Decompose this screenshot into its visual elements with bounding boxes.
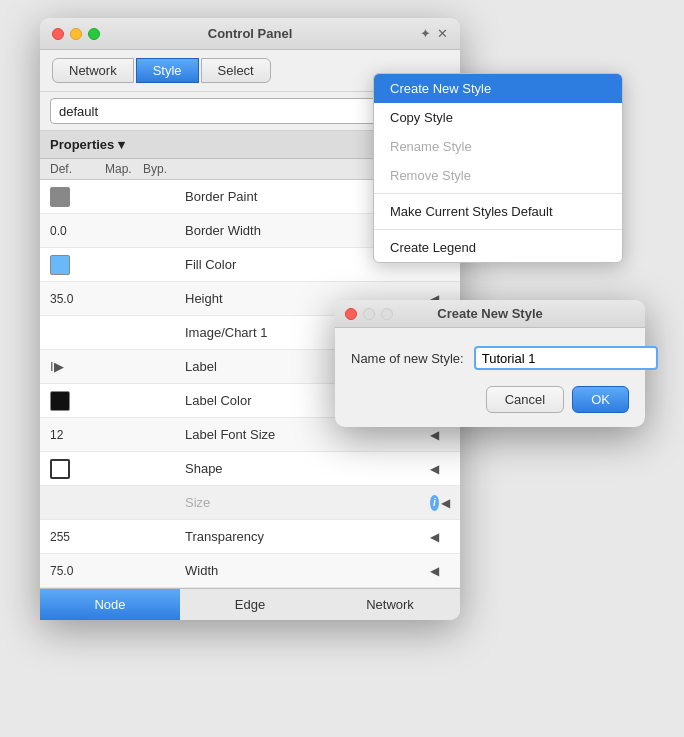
border-paint-color[interactable] <box>50 187 70 207</box>
dialog-minimize-button <box>363 308 375 320</box>
style-name-input[interactable] <box>474 346 658 370</box>
table-row: 75.0 Width ◀ <box>40 554 460 588</box>
properties-label: Properties <box>50 137 114 152</box>
table-row: 255 Transparency ◀ <box>40 520 460 554</box>
titlebar-icons: ✦ ✕ <box>420 26 448 41</box>
dialog-buttons: Cancel OK <box>351 386 629 413</box>
menu-item-make-default[interactable]: Make Current Styles Default <box>374 197 622 226</box>
transparency-label: Transparency <box>181 529 430 544</box>
width-label: Width <box>181 563 430 578</box>
style-dropdown-menu: Create New Style Copy Style Rename Style… <box>373 73 623 263</box>
width-value: 75.0 <box>50 564 73 578</box>
tab-network[interactable]: Network <box>52 58 134 83</box>
dialog-input-row: Name of new Style: <box>351 346 629 370</box>
shape-arrow[interactable]: ◀ <box>430 462 450 476</box>
bottom-tab-network[interactable]: Network <box>320 589 460 620</box>
bottom-tab-node[interactable]: Node <box>40 589 180 620</box>
label-font-size-value: 12 <box>50 428 63 442</box>
shape-preview[interactable] <box>50 459 70 479</box>
style-dropdown-value: default <box>59 104 98 119</box>
menu-item-create-legend[interactable]: Create Legend <box>374 233 622 262</box>
shape-label: Shape <box>181 461 430 476</box>
titlebar: Control Panel ✦ ✕ <box>40 18 460 50</box>
table-row: Shape ◀ <box>40 452 460 486</box>
dialog-input-label: Name of new Style: <box>351 351 464 366</box>
properties-arrow[interactable]: ▾ <box>118 137 125 152</box>
menu-divider-2 <box>374 229 622 230</box>
menu-item-copy-style[interactable]: Copy Style <box>374 103 622 132</box>
menu-item-remove-style: Remove Style <box>374 161 622 190</box>
label-font-size-arrow[interactable]: ◀ <box>430 428 450 442</box>
label-arrows-icon: I▶ <box>50 359 64 374</box>
traffic-lights <box>52 28 100 40</box>
size-label: Size <box>181 495 430 510</box>
size-arrow[interactable]: ◀ <box>441 496 450 510</box>
col-map: Map. <box>105 162 143 176</box>
dialog-titlebar: Create New Style <box>335 300 645 328</box>
col-byp: Byp. <box>143 162 181 176</box>
minimize-button[interactable] <box>70 28 82 40</box>
transparency-arrow[interactable]: ◀ <box>430 530 450 544</box>
dialog-close-button[interactable] <box>345 308 357 320</box>
style-dropdown[interactable]: default ▾ <box>50 98 412 124</box>
width-arrow[interactable]: ◀ <box>430 564 450 578</box>
menu-divider-1 <box>374 193 622 194</box>
dialog-body: Name of new Style: Cancel OK <box>335 328 645 427</box>
pin-icon[interactable]: ✦ <box>420 26 431 41</box>
window-title: Control Panel <box>208 26 293 41</box>
dialog-maximize-button <box>381 308 393 320</box>
table-row: Size i ◀ <box>40 486 460 520</box>
menu-item-rename-style: Rename Style <box>374 132 622 161</box>
label-font-size-label: Label Font Size <box>181 427 430 442</box>
tab-style[interactable]: Style <box>136 58 199 83</box>
cancel-button[interactable]: Cancel <box>486 386 564 413</box>
menu-item-create-new-style[interactable]: Create New Style <box>374 74 622 103</box>
ok-button[interactable]: OK <box>572 386 629 413</box>
fill-color-swatch[interactable] <box>50 255 70 275</box>
bottom-tabs: Node Edge Network <box>40 588 460 620</box>
label-color-swatch[interactable] <box>50 391 70 411</box>
size-info-icon[interactable]: i <box>430 495 439 511</box>
dialog-traffic-lights <box>345 308 393 320</box>
maximize-button[interactable] <box>88 28 100 40</box>
transparency-value: 255 <box>50 530 70 544</box>
create-new-style-dialog: Create New Style Name of new Style: Canc… <box>335 300 645 427</box>
height-value: 35.0 <box>50 292 73 306</box>
col-def: Def. <box>50 162 105 176</box>
bottom-tab-edge[interactable]: Edge <box>180 589 320 620</box>
close-x-icon[interactable]: ✕ <box>437 26 448 41</box>
close-button[interactable] <box>52 28 64 40</box>
tab-select[interactable]: Select <box>201 58 271 83</box>
dialog-title: Create New Style <box>437 306 543 321</box>
border-width-value: 0.0 <box>50 224 67 238</box>
